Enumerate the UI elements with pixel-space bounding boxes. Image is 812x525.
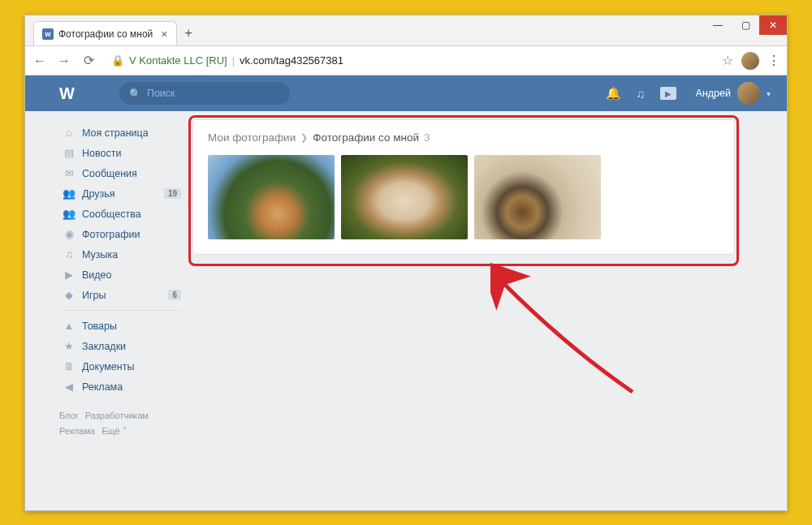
breadcrumb: Мои фотографии ❯ Фотографии со мной 3 <box>208 131 719 144</box>
photo-thumbnail[interactable] <box>474 155 601 239</box>
notifications-icon[interactable]: 🔔 <box>606 86 621 101</box>
photos-panel: Мои фотографии ❯ Фотографии со мной 3 <box>192 119 735 255</box>
sidebar-item-my-page[interactable]: ⌂Моя страница <box>59 123 181 143</box>
browser-titlebar: w Фотографии со мной × + — ▢ ✕ <box>25 15 787 46</box>
vk-favicon: w <box>42 28 54 40</box>
sidebar-item-label: Игры <box>82 290 106 301</box>
tab-title: Фотографии со мной <box>58 28 153 40</box>
footer-link-ads[interactable]: Реклама <box>59 426 95 436</box>
chrome-profile-avatar[interactable] <box>741 52 759 70</box>
reload-button[interactable]: ⟳ <box>80 53 97 68</box>
sidebar-item-label: Товары <box>82 321 117 332</box>
sidebar-item-music[interactable]: ♫Музыка <box>59 244 181 265</box>
username-label: Андрей <box>696 88 731 99</box>
vk-logo[interactable]: W <box>59 84 74 103</box>
vk-header: W 🔍 Поиск 🔔 ♫ ▶ Андрей ▾ <box>25 75 787 111</box>
close-button[interactable]: ✕ <box>759 15 787 35</box>
vk-body: ⌂Моя страница ▤Новости ✉Сообщения 👥Друзь… <box>25 111 787 446</box>
document-icon: 🗎 <box>63 360 76 372</box>
sidebar: ⌂Моя страница ▤Новости ✉Сообщения 👥Друзь… <box>59 119 181 438</box>
star-icon: ★ <box>63 340 76 352</box>
sidebar-item-games[interactable]: ◆Игры6 <box>59 285 181 305</box>
sidebar-item-label: Сообщества <box>82 209 141 220</box>
megaphone-icon: ◀ <box>63 381 76 393</box>
user-avatar <box>737 82 760 105</box>
video-icon: ▶ <box>63 269 76 281</box>
message-icon: ✉ <box>63 167 76 179</box>
footer-link-developers[interactable]: Разработчикам <box>85 411 149 420</box>
sidebar-item-ads[interactable]: ◀Реклама <box>59 377 181 397</box>
bag-icon: ▲ <box>63 320 76 332</box>
lock-icon: 🔒 <box>111 54 124 67</box>
photo-grid <box>208 155 719 239</box>
sidebar-item-news[interactable]: ▤Новости <box>59 143 181 163</box>
chrome-menu-icon[interactable]: ⋮ <box>767 53 780 68</box>
footer-link-more[interactable]: Ещё ˅ <box>102 426 127 436</box>
sidebar-item-label: Сообщения <box>82 168 137 179</box>
sidebar-item-label: Музыка <box>82 249 118 260</box>
sidebar-item-label: Закладки <box>82 341 126 352</box>
music-note-icon: ♫ <box>63 248 76 260</box>
music-icon[interactable]: ♫ <box>636 87 645 101</box>
sidebar-item-market[interactable]: ▲Товары <box>59 316 181 336</box>
play-icon[interactable]: ▶ <box>660 87 676 100</box>
photo-count: 3 <box>424 131 430 144</box>
news-icon: ▤ <box>63 147 76 159</box>
sidebar-item-photos[interactable]: ◉Фотографии <box>59 224 181 244</box>
url-input[interactable]: 🔒 V Kontakte LLC [RU] | vk.com/tag432567… <box>105 51 714 70</box>
breadcrumb-current: Фотографии со мной <box>313 131 419 144</box>
vk-page: W 🔍 Поиск 🔔 ♫ ▶ Андрей ▾ ⌂Моя страница ▤… <box>25 75 787 510</box>
content-wrapper: Мои фотографии ❯ Фотографии со мной 3 <box>192 119 735 255</box>
vk-user-menu[interactable]: Андрей ▾ <box>696 82 771 105</box>
photo-thumbnail[interactable] <box>341 155 468 239</box>
url-path: vk.com/tag432567381 <box>240 54 343 67</box>
browser-tab[interactable]: w Фотографии со мной × <box>33 21 177 45</box>
search-icon: 🔍 <box>129 88 142 100</box>
window-controls: — ▢ ✕ <box>704 15 787 35</box>
minimize-button[interactable]: — <box>704 15 732 35</box>
browser-address-bar: ← → ⟳ 🔒 V Kontakte LLC [RU] | vk.com/tag… <box>25 46 787 75</box>
forward-button[interactable]: → <box>56 54 72 68</box>
footer-links: БлогРазработчикам РекламаЕщё ˅ <box>59 408 181 438</box>
url-separator: | <box>232 54 235 67</box>
friends-icon: 👥 <box>63 187 76 200</box>
sidebar-item-label: Новости <box>82 148 121 159</box>
sidebar-item-label: Видео <box>82 269 112 281</box>
breadcrumb-parent[interactable]: Мои фотографии <box>208 131 296 144</box>
new-tab-button[interactable]: + <box>185 26 192 41</box>
bookmark-star-icon[interactable]: ☆ <box>722 53 733 68</box>
footer-link-blog[interactable]: Блог <box>59 411 79 420</box>
sidebar-divider <box>59 310 181 311</box>
sidebar-badge: 19 <box>164 188 181 199</box>
url-identity: V Kontakte LLC [RU] <box>129 54 227 67</box>
sidebar-badge: 6 <box>168 290 181 300</box>
sidebar-item-label: Моя страница <box>82 127 149 139</box>
vk-search-input[interactable]: 🔍 Поиск <box>119 82 290 105</box>
photo-thumbnail[interactable] <box>208 155 335 239</box>
sidebar-item-friends[interactable]: 👥Друзья19 <box>59 183 181 204</box>
sidebar-item-documents[interactable]: 🗎Документы <box>59 356 181 377</box>
back-button[interactable]: ← <box>32 54 48 68</box>
tab-close-icon[interactable]: × <box>161 28 167 41</box>
communities-icon: 👥 <box>63 208 76 220</box>
home-icon: ⌂ <box>63 127 76 139</box>
maximize-button[interactable]: ▢ <box>732 15 759 35</box>
chevron-right-icon: ❯ <box>300 132 308 143</box>
sidebar-item-label: Фотографии <box>82 229 140 240</box>
chevron-down-icon: ▾ <box>767 89 771 98</box>
browser-window: w Фотографии со мной × + — ▢ ✕ ← → ⟳ 🔒 V… <box>24 15 788 511</box>
sidebar-item-bookmarks[interactable]: ★Закладки <box>59 336 181 356</box>
sidebar-item-label: Друзья <box>82 188 115 200</box>
sidebar-item-label: Реклама <box>82 381 123 393</box>
sidebar-item-video[interactable]: ▶Видео <box>59 265 181 285</box>
camera-icon: ◉ <box>63 228 76 240</box>
sidebar-item-label: Документы <box>82 361 134 372</box>
sidebar-item-communities[interactable]: 👥Сообщества <box>59 204 181 224</box>
games-icon: ◆ <box>63 289 76 301</box>
sidebar-item-messages[interactable]: ✉Сообщения <box>59 163 181 183</box>
search-placeholder: Поиск <box>147 88 175 99</box>
